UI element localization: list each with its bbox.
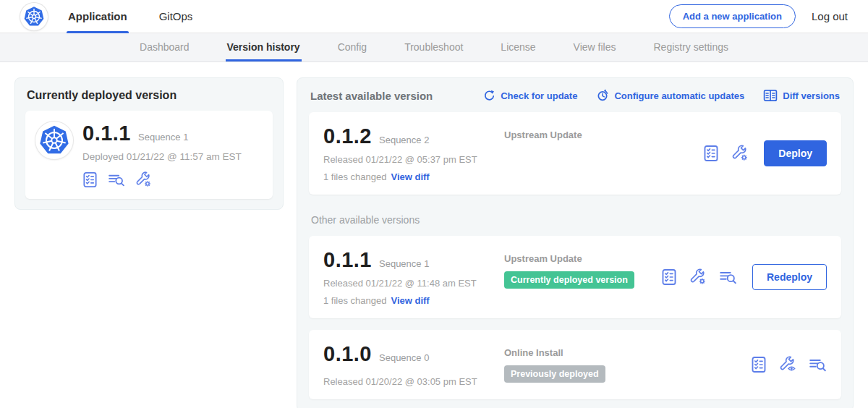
version-source-label: Upstream Update xyxy=(504,129,582,140)
edit-config-icon[interactable] xyxy=(689,268,707,286)
version-row-0-1-1: 0.1.1 Sequence 1 Released 01/21/22 @ 11:… xyxy=(309,236,841,318)
tab-dashboard[interactable]: Dashboard xyxy=(138,33,191,61)
nav-tab-gitops[interactable]: GitOps xyxy=(158,0,195,33)
add-application-button[interactable]: Add a new application xyxy=(669,4,796,28)
nav-tab-gitops-label: GitOps xyxy=(159,10,193,22)
app-logo xyxy=(35,122,73,159)
tab-license[interactable]: License xyxy=(499,33,537,61)
version-source-label: Online Install xyxy=(504,347,605,358)
deploy-logs-icon[interactable] xyxy=(809,357,827,373)
preflight-checks-icon[interactable] xyxy=(82,171,98,188)
previously-deployed-badge: Previously deployed xyxy=(504,365,605,383)
nav-tab-application[interactable]: Application xyxy=(67,0,129,33)
released-timestamp: Released 01/21/22 @ 11:48 am EST xyxy=(323,278,504,289)
app-subnav: Dashboard Version history Config Trouble… xyxy=(0,33,868,62)
released-timestamp: Released 01/20/22 @ 03:05 pm EST xyxy=(323,376,504,387)
configure-automatic-updates-label: Configure automatic updates xyxy=(614,90,744,101)
logout-link[interactable]: Log out xyxy=(812,10,848,22)
files-changed-label: 1 files changed xyxy=(323,295,386,306)
latest-available-title: Latest available version xyxy=(310,90,433,102)
refresh-icon xyxy=(483,90,495,102)
view-diff-link[interactable]: View diff xyxy=(391,171,429,182)
deploy-logs-icon[interactable] xyxy=(108,172,125,187)
version-number: 0.1.1 xyxy=(323,248,372,272)
currently-deployed-badge: Currently deployed version xyxy=(504,271,634,289)
deployed-sequence-label: Sequence 1 xyxy=(138,132,188,143)
version-row-0-1-2: 0.1.2 Sequence 2 Released 01/21/22 @ 05:… xyxy=(309,112,841,195)
released-timestamp: Released 01/21/22 @ 05:37 pm EST xyxy=(323,154,504,165)
files-changed-label: 1 files changed xyxy=(323,171,386,182)
redeploy-button[interactable]: Redeploy xyxy=(752,264,827,290)
kubernetes-logo-icon xyxy=(23,6,45,27)
edit-config-icon[interactable] xyxy=(731,145,749,162)
other-versions-title: Other available versions xyxy=(311,214,839,226)
tab-view-files[interactable]: View files xyxy=(572,33,618,61)
version-row-0-1-0: 0.1.0 Sequence 0 Released 01/20/22 @ 03:… xyxy=(309,330,841,399)
currently-deployed-title: Currently deployed version xyxy=(27,89,271,102)
available-versions-panel: Latest available version Check for updat… xyxy=(297,77,854,408)
version-history-page: Currently deployed version 0.1.1 Sequenc… xyxy=(0,62,868,408)
view-config-icon[interactable] xyxy=(779,356,796,373)
configure-automatic-updates-link[interactable]: Configure automatic updates xyxy=(596,89,744,102)
version-source-label: Upstream Update xyxy=(504,253,634,264)
diff-versions-label: Diff versions xyxy=(783,90,840,101)
version-number: 0.1.0 xyxy=(323,342,372,366)
currently-deployed-card: 0.1.1 Sequence 1 Deployed 01/21/22 @ 11:… xyxy=(25,111,273,199)
currently-deployed-panel: Currently deployed version 0.1.1 Sequenc… xyxy=(14,77,284,210)
view-diff-link[interactable]: View diff xyxy=(391,295,429,306)
deploy-logs-icon[interactable] xyxy=(719,269,737,285)
sequence-label: Sequence 1 xyxy=(379,258,429,269)
preflight-checks-icon[interactable] xyxy=(751,356,767,373)
tab-version-history[interactable]: Version history xyxy=(226,33,302,61)
app-logo xyxy=(20,3,48,30)
kubernetes-logo-icon xyxy=(38,124,70,156)
tab-troubleshoot[interactable]: Troubleshoot xyxy=(403,33,464,61)
check-for-update-label: Check for update xyxy=(501,90,577,101)
sequence-label: Sequence 0 xyxy=(379,352,429,363)
tab-registry-settings[interactable]: Registry settings xyxy=(652,33,730,61)
preflight-checks-icon[interactable] xyxy=(661,268,677,286)
deployed-version-number: 0.1.1 xyxy=(82,122,131,145)
deploy-button[interactable]: Deploy xyxy=(764,140,827,166)
top-navbar: Application GitOps Add a new application… xyxy=(0,0,868,33)
diff-versions-icon xyxy=(763,89,778,102)
deployed-timestamp: Deployed 01/21/22 @ 11:57 am EST xyxy=(82,151,242,162)
diff-versions-link[interactable]: Diff versions xyxy=(763,89,840,102)
edit-config-icon[interactable] xyxy=(135,171,152,188)
automatic-updates-icon xyxy=(596,89,609,102)
check-for-update-link[interactable]: Check for update xyxy=(483,90,577,102)
preflight-checks-icon[interactable] xyxy=(703,145,719,162)
nav-tab-application-label: Application xyxy=(68,10,127,22)
version-number: 0.1.2 xyxy=(323,124,372,148)
tab-config[interactable]: Config xyxy=(336,33,368,61)
sequence-label: Sequence 2 xyxy=(379,135,429,145)
